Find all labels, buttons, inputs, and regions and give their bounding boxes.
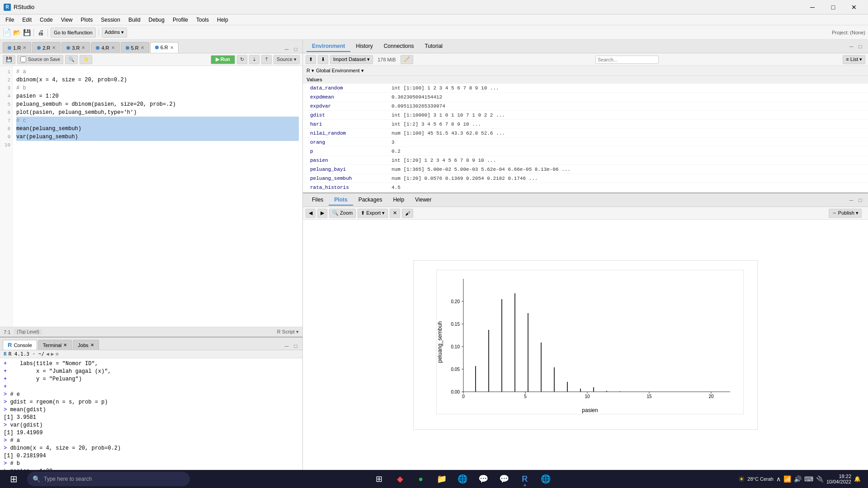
env-search-input[interactable] [595,56,659,64]
notifications-icon[interactable]: 🔔 [854,476,861,482]
menu-plots[interactable]: Plots [77,16,97,24]
taskbar-app-spotify[interactable]: ● [411,471,431,487]
menu-session[interactable]: Session [97,16,124,24]
menu-edit[interactable]: Edit [19,16,35,24]
tab-close-1[interactable]: ✕ [23,45,26,50]
editor-tab-1[interactable]: 1.R ✕ [3,42,31,53]
env-maximize-btn[interactable]: □ [856,43,864,50]
menu-build[interactable]: Build [125,16,144,24]
search-btn[interactable]: 🔍 [65,55,78,64]
save-workspace-btn[interactable]: ⬇ [318,55,328,64]
print-icon[interactable]: 🖨 [37,28,45,37]
console-tab-terminal[interactable]: Terminal ✕ [38,340,72,350]
list-view-btn[interactable]: ≡ List ▾ [843,55,865,64]
editor-tab-5[interactable]: 5.R ✕ [121,42,149,53]
taskbar-app-edge[interactable]: 🌐 [536,471,556,487]
export-btn[interactable]: ⬆ Export ▾ [358,209,388,218]
editor-tab-2[interactable]: 2.R ✕ [32,42,61,53]
jobs-close[interactable]: ✕ [90,343,94,347]
console-nav-back[interactable]: ◀ [46,351,49,357]
maximize-button[interactable]: □ [823,0,844,14]
menu-code[interactable]: Code [36,16,57,24]
menu-tools[interactable]: Tools [193,16,212,24]
env-row-nilai_random[interactable]: nilai_random num [1:100] 45 51.5 43.3 62… [303,129,868,138]
taskbar-app-diamond[interactable]: ◆ [390,471,410,487]
files-minimize-btn[interactable]: ─ [847,197,855,204]
editor-tab-3[interactable]: 3.R ✕ [61,42,90,53]
taskbar-app-widgets[interactable]: ⊞ [369,471,389,487]
env-row-expdvar[interactable]: expdvar 0.0951130265339974 [303,102,868,111]
taskbar-app-chat[interactable]: 💬 [473,471,493,487]
env-row-ratarata[interactable]: ratarata 50 [303,192,868,192]
code-editor[interactable]: # a dbinom(x = 4, size = 20, prob=0.2) #… [13,66,302,327]
menu-view[interactable]: View [57,16,76,24]
files-tab-packages[interactable]: Packages [353,195,388,206]
console-minimize-btn[interactable]: ─ [283,343,291,350]
broom-btn[interactable]: 🧹 [401,55,413,64]
console-maximize-btn[interactable]: □ [292,343,300,350]
env-row-rata_historis[interactable]: rata_historis 4.5 [303,183,868,192]
start-button[interactable]: ⊞ [4,471,24,487]
plots-back-btn[interactable]: ◀ [306,209,316,218]
env-row-expdmean[interactable]: expdmean 0.362305094154412 [303,93,868,102]
taskbar-app-chrome[interactable]: 🌐 [453,471,472,487]
save-icon[interactable]: 💾 [23,28,31,37]
source-on-save-checkbox[interactable] [20,56,26,62]
tab-close-3[interactable]: ✕ [81,45,85,50]
env-row-gdist[interactable]: gdist int [1:10000] 3 1 0 1 10 7 1 0 2 2… [303,111,868,120]
wand-btn[interactable]: ✨ [80,55,92,64]
next-chunk-btn[interactable]: ⇣ [249,55,259,64]
editor-content[interactable]: 12345 678910 # a dbinom(x = 4, size = 20… [0,66,302,327]
taskbar-search[interactable]: 🔍 Type here to search [27,472,190,486]
files-tab-viewer[interactable]: Viewer [410,195,437,206]
zoom-btn[interactable]: 🔍 Zoom [329,209,356,218]
volume-icon[interactable]: 🔊 [794,475,802,483]
rerun-btn[interactable]: ↻ [237,55,247,64]
files-tab-help[interactable]: Help [387,195,410,206]
menu-debug[interactable]: Debug [145,16,168,24]
tab-close-5[interactable]: ✕ [141,45,144,50]
open-file-icon[interactable]: 📂 [13,28,21,37]
menu-help[interactable]: Help [213,16,232,24]
clear-plots-btn[interactable]: 🖌 [402,209,413,218]
go-to-file-btn[interactable]: Go to file/function [51,28,96,38]
env-row-data_random[interactable]: data_random int [1:100] 1 2 3 4 5 6 7 8 … [303,84,868,93]
terminal-close[interactable]: ✕ [63,343,67,347]
taskbar-app-line[interactable]: 💬 [494,471,514,487]
source-btn[interactable]: Source ▾ [274,55,300,64]
console-tab-jobs[interactable]: Jobs ✕ [73,340,99,350]
close-button[interactable]: ✕ [844,0,864,14]
tab-close-4[interactable]: ✕ [111,45,115,50]
files-tab-plots[interactable]: Plots [329,195,353,206]
minimize-button[interactable]: ─ [802,0,823,14]
menu-profile[interactable]: Profile [169,16,192,24]
env-tab-environment[interactable]: Environment [307,41,350,52]
env-row-orang[interactable]: orang 3 [303,138,868,147]
files-tab-files[interactable]: Files [307,195,329,206]
tab-close-2[interactable]: ✕ [52,45,56,50]
addins-btn[interactable]: Addins ▾ [102,28,127,38]
load-workspace-btn[interactable]: ⬆ [306,55,316,64]
editor-tab-4[interactable]: 4.R ✕ [91,42,119,53]
import-dataset-btn[interactable]: Import Dataset ▾ [330,55,373,64]
env-row-peluang_sembuh[interactable]: peluang_sembuh num [1:20] 0.0576 0.1369 … [303,174,868,183]
menu-file[interactable]: File [2,16,18,24]
taskbar-app-rstudio[interactable]: R [515,471,535,487]
run-button[interactable]: ▶ Run [211,55,235,64]
console-nav-forward[interactable]: ▶ [51,351,54,357]
env-row-pasien[interactable]: pasien int [1:20] 1 2 3 4 5 6 7 8 9 10 .… [303,156,868,165]
publish-btn[interactable]: → Publish ▾ [829,209,862,218]
env-row-p[interactable]: p 0.2 [303,147,868,156]
r-script-label[interactable]: R Script ▾ [277,329,299,335]
env-minimize-btn[interactable]: ─ [847,43,855,50]
new-file-icon[interactable]: 📄 [3,28,11,37]
env-scope-dropdown[interactable]: R ▾ Global Environment ▾ [303,66,868,76]
editor-tab-6[interactable]: 6.R ✕ [150,42,179,53]
taskbar-app-files[interactable]: 📁 [432,471,452,487]
save-btn[interactable]: 💾 [3,55,15,64]
delete-plot-btn[interactable]: ✕ [390,209,400,218]
env-tab-connections[interactable]: Connections [378,41,420,52]
env-tab-history[interactable]: History [350,41,378,52]
chevron-up-icon[interactable]: ∧ [776,475,781,483]
editor-maximize-btn[interactable]: □ [292,46,300,53]
